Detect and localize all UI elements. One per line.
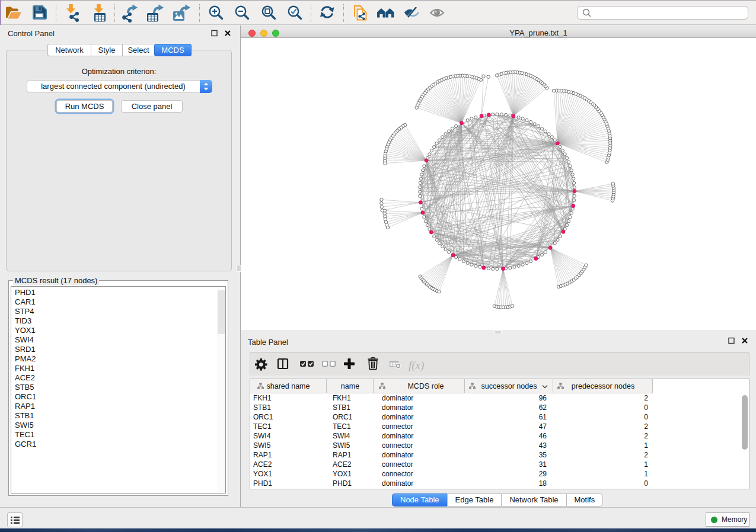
svg-text:f(x): f(x) — [409, 359, 424, 372]
